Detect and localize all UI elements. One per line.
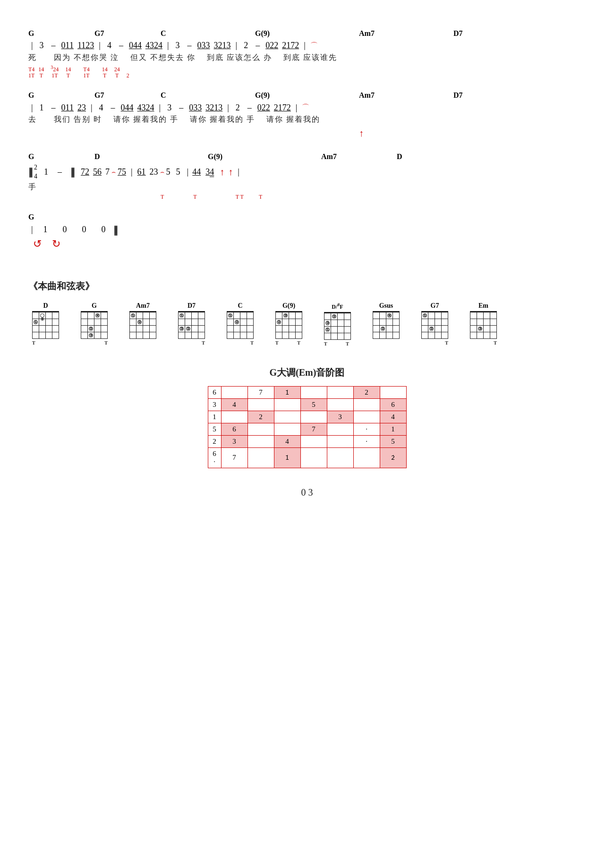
- chord-D71: D7: [453, 28, 482, 39]
- gc-Gs-r4c2: [380, 332, 386, 339]
- gc-Gs-r4c1: [373, 332, 380, 339]
- scale-cell-5-7: 1: [380, 423, 406, 435]
- tab-row-1: T4 1T 14 T 324 1T 14 T T4 1T: [28, 65, 586, 79]
- note-s2-3213: 3213: [205, 102, 222, 114]
- gc-D-r4c1: [33, 332, 39, 339]
- note-s2-022: 022: [257, 102, 270, 114]
- scale-cell-1-1: [221, 411, 247, 423]
- chord-D72: D7: [453, 90, 482, 101]
- chord-D3b: D: [397, 152, 425, 162]
- section-4: G | 1 0 0 0 ‖ ↺ ↻: [28, 212, 586, 252]
- gc-G9-r2c3: [289, 319, 296, 326]
- gc-D-r1c1: [33, 312, 39, 319]
- gc-DF-r4c4: [344, 333, 351, 340]
- chord-name-Gsus: Gsus: [379, 302, 393, 310]
- notation-row-4: | 1 0 0 0 ‖: [28, 223, 586, 236]
- gc-Gs-r3c3: [386, 326, 393, 332]
- gc-D7-r1c2: [185, 312, 192, 319]
- note-s2-044: 044: [121, 102, 134, 114]
- gc-G9-r1c2: ③: [282, 312, 289, 319]
- chord-T-D: T: [32, 340, 35, 346]
- gc-G-r2c3: [94, 319, 101, 326]
- chord-G92: G(9): [255, 90, 321, 101]
- gc-Gs-r2c1: [373, 319, 380, 326]
- note-s3-72: 72: [81, 166, 89, 178]
- gc-D7-r4c4: [198, 332, 205, 339]
- scale-section: G大调(Em)音阶图 6 7 1̇ 2 3 4: [28, 366, 586, 468]
- gc-C-r3c3: [240, 326, 247, 332]
- scale-row-2: 2 3 4 · 5: [208, 435, 406, 447]
- scale-cell-2-6: ·: [353, 435, 380, 447]
- gc-D7-r4c3: [192, 332, 198, 339]
- gc-Gs-r2c2: [380, 319, 386, 326]
- gc-Gs-r3c4: [393, 326, 400, 332]
- chord-T-D7: T: [202, 340, 205, 346]
- gc-DF-r1c1: [324, 313, 331, 320]
- gc-Gs-r4c4: [393, 332, 400, 339]
- lyric-2: 去 我们 告别 时 请你 握着我的 手 请你 握着我的 手 请你 握着我的: [28, 115, 320, 123]
- gc-G7-r2c2: [428, 319, 435, 326]
- chord-D3: D: [94, 152, 170, 162]
- gc-C-r3c2: [234, 326, 240, 332]
- gc-G7-r4c4: [442, 332, 448, 339]
- tab-s3-2: T: [193, 194, 196, 200]
- gc-D7-r4c2: [185, 332, 192, 339]
- gc-G7-r2c3: [435, 319, 442, 326]
- bar5: |: [304, 40, 306, 51]
- dash-s2-4: –: [247, 102, 252, 114]
- section-3: G D G(9) Am7 D ‖ 2 4 1 – ‖ 72 56 7 ⌢ 75: [28, 152, 586, 201]
- red-curl-2: ↻: [52, 237, 60, 252]
- scale-cell-6l-6: [353, 447, 380, 468]
- gc-DF-r3c2: [331, 327, 338, 333]
- chord-diagram-D7: D7 ① ③ ②: [178, 302, 205, 346]
- note-4a: 4: [107, 40, 111, 51]
- scale-cell-6l-3: 1̇: [274, 447, 300, 468]
- chord-diagrams: D ② ①: [28, 302, 586, 347]
- gc-C-r3c1: [227, 326, 234, 332]
- gc-Am7-r4c2: [136, 332, 143, 339]
- note-s2-033: 033: [189, 102, 202, 114]
- scale-cell-2-7: 5: [380, 435, 406, 447]
- gc-Am7-r1c3: [143, 312, 150, 319]
- note-s2-4324: 4324: [137, 102, 154, 114]
- gc-G7-r3c2: ②: [428, 326, 435, 332]
- chord-diagram-G: G ④ ②: [81, 302, 108, 346]
- scale-table: 6 7 1̇ 2 3 4 5: [208, 386, 407, 468]
- scale-cell-3-6: [353, 398, 380, 411]
- note-2: 2: [244, 40, 248, 51]
- gc-G7-r2c4: [442, 319, 448, 326]
- note-3213: 3213: [214, 40, 231, 51]
- gc-G9-r1c3: [289, 312, 296, 319]
- gc-Em-r2c1: [470, 319, 477, 326]
- scale-cell-3-1: 4: [221, 398, 247, 411]
- note-4324: 4324: [145, 40, 162, 51]
- gc-D7-r1c3: [192, 312, 198, 319]
- scale-label-6h: 6: [208, 386, 221, 398]
- scale-label-1: 1: [208, 411, 221, 423]
- bar2: |: [99, 40, 101, 51]
- gc-G-r4c2: ③: [88, 332, 94, 339]
- note-s4-0c: 0: [102, 224, 106, 236]
- gc-C-r4c2: [234, 332, 240, 339]
- gc-DF-r1c4: [344, 313, 351, 320]
- chord-name-D7: D7: [188, 302, 196, 310]
- bar-s3-2: |: [187, 166, 189, 178]
- gc-Em-r2c2: [477, 319, 484, 326]
- gc-Em-r1c4: [490, 312, 497, 319]
- gc-Am7-r3c1: [130, 326, 136, 332]
- scale-cell-6h-2: 7: [247, 386, 274, 398]
- gc-G-r3c4: [101, 326, 108, 332]
- note-011: 011: [61, 40, 74, 51]
- section-1: G G7 C G(9) Am7 D7 | 3 – 011 1123 | 4 – …: [28, 28, 586, 79]
- gc-D7-r2c2: [185, 319, 192, 326]
- chord-T-DFb: T: [346, 341, 349, 346]
- time-sig: 2 4: [34, 163, 37, 181]
- note-s3-56: 56: [93, 166, 102, 178]
- gc-D7-r1c1: ①: [179, 312, 185, 319]
- page-number: 0 3: [28, 487, 586, 507]
- tab-24: 24 T: [114, 67, 120, 79]
- gc-Em-r4c1: [470, 332, 477, 339]
- chord-name-G: G: [92, 302, 97, 310]
- gc-D7-r3c1: ③: [179, 326, 185, 332]
- scale-cell-5-3: [274, 423, 300, 435]
